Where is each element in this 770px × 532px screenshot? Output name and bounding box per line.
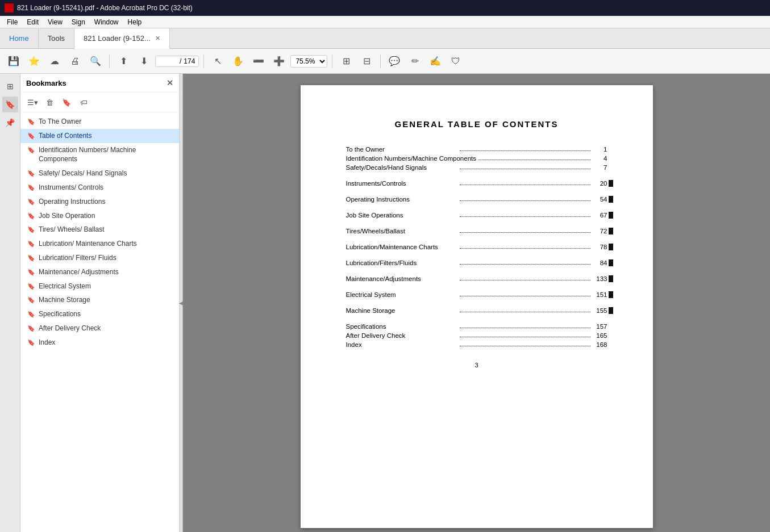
menu-sign[interactable]: Sign [67,17,90,27]
close-bookmarks-button[interactable]: ✕ [167,78,173,87]
tab-close-button[interactable]: ✕ [155,35,160,42]
new-bookmark-button[interactable]: 🔖 [59,95,74,110]
toc-entry-11[interactable]: Machine Storage 155 [346,307,607,314]
bookmark-item-specifications[interactable]: 🔖 Specifications [20,307,179,321]
section-bar-6 [609,228,613,234]
bookmark-item-electrical[interactable]: 🔖 Electrical System [20,279,179,294]
bookmark-options-button[interactable]: ☰▾ [25,95,40,110]
menu-bar: File Edit View Sign Window Help [0,16,770,28]
page-input[interactable]: 5 [159,57,177,65]
bookmark-icon-6: 🔖 [27,212,35,220]
menu-help[interactable]: Help [123,17,147,27]
page-title: GENERAL TABLE OF CONTENTS [346,119,607,129]
bookmark-item-instruments[interactable]: 🔖 Instruments/ Controls [20,181,179,195]
delete-bookmark-button[interactable]: 🗑 [42,95,57,110]
toc-page-3: 20 [590,180,607,187]
bookmark-item-to-the-owner[interactable]: 🔖 To The Owner [20,115,179,129]
section-bar-7 [609,244,613,250]
thumbnails-icon[interactable]: ⊞ [2,78,18,94]
toc-page-5: 67 [590,212,607,219]
bookmark-button[interactable]: ⭐ [25,52,43,70]
bookmark-item-table-of-contents[interactable]: 🔖 Table of Contents [20,129,179,143]
separator-2 [203,55,204,68]
annotations-icon[interactable]: 📌 [2,115,18,131]
bookmark-icon-10: 🔖 [27,268,35,276]
menu-window[interactable]: Window [90,17,123,27]
bookmark-item-safety[interactable]: 🔖 Safety/ Decals/ Hand Signals [20,166,179,181]
toc-label-3: Instruments/Controls [346,180,460,187]
zoom-in-button[interactable]: ➕ [270,52,288,70]
bookmark-item-machine-storage[interactable]: 🔖 Machine Storage [20,293,179,307]
toc-label-14: Index [346,341,460,348]
bookmark-item-tires[interactable]: 🔖 Tires/ Wheels/ Ballast [20,223,179,237]
toc-label-8: Lubrication/Filters/Fluids [346,259,460,266]
toc-entry-12[interactable]: Specifications 157 [346,323,607,330]
toc-entry-1[interactable]: Identification Numbers/Machine Component… [346,155,607,162]
toc-entry-3[interactable]: Instruments/Controls 20 [346,180,607,187]
tag-bookmark-button[interactable]: 🏷 [76,95,91,110]
next-page-button[interactable]: ⬇ [135,52,153,70]
toc-entry-5[interactable]: Job Site Operations 67 [346,212,607,219]
bookmark-item-identification[interactable]: 🔖 Identification Numbers/ Machine Compon… [20,143,179,167]
menu-file[interactable]: File [2,17,22,27]
menu-edit[interactable]: Edit [22,17,43,27]
comment-button[interactable]: 💬 [385,52,403,70]
toc-page-0: 1 [590,146,607,153]
cursor-tool[interactable]: ↖ [209,52,227,70]
toc-entry-8[interactable]: Lubrication/Filters/Fluids 84 [346,259,607,266]
toc-label-11: Machine Storage [346,307,460,314]
toc-dots-2 [460,169,590,169]
toc-label-13: After Delivery Check [346,332,460,339]
toc-entry-6[interactable]: Tires/Wheels/Ballast 72 [346,228,607,234]
bookmark-item-after-delivery[interactable]: 🔖 After Delivery Check [20,321,179,336]
pdf-viewer[interactable]: GENERAL TABLE OF CONTENTS To the Owner 1… [183,74,770,532]
search-button[interactable]: 🔍 [86,52,105,70]
bookmark-item-operating[interactable]: 🔖 Operating Instructions [20,195,179,209]
toc-entry-9[interactable]: Maintenance/Adjustments 133 [346,275,607,282]
toc-label-1: Identification Numbers/Machine Component… [346,155,478,162]
sign-button[interactable]: ✍ [426,52,444,70]
bookmarks-list: 🔖 To The Owner 🔖 Table of Contents 🔖 Ide… [20,112,179,532]
prev-page-button[interactable]: ⬆ [114,52,132,70]
presentation-button[interactable]: ⊟ [357,52,376,70]
bookmark-item-maintenance[interactable]: 🔖 Maintenance/ Adjustments [20,265,179,279]
toc-label-6: Tires/Wheels/Ballast [346,228,460,234]
view-mode-button[interactable]: ⊞ [337,52,355,70]
menu-view[interactable]: View [43,17,67,27]
tab-tools[interactable]: Tools [39,28,74,48]
toc-label-2: Safety/Decals/Hand Signals [346,164,460,171]
bookmark-item-lubrication-filters[interactable]: 🔖 Lubrication/ Filters/ Fluids [20,251,179,265]
toc-entry-8-container: Lubrication/Filters/Fluids 84 [346,259,607,266]
share-button[interactable]: ☁ [45,52,64,70]
bookmark-icon-5: 🔖 [27,198,35,206]
zoom-out-button[interactable]: ➖ [249,52,268,70]
page-number: 3 [346,362,607,368]
bookmark-icon-4: 🔖 [27,183,35,191]
toc-entry-13[interactable]: After Delivery Check 165 [346,332,607,339]
bookmark-item-index[interactable]: 🔖 Index [20,336,179,350]
bookmark-icon-9: 🔖 [27,254,35,262]
zoom-select[interactable]: 75.5% [290,55,327,68]
toc-entry-2[interactable]: Safety/Decals/Hand Signals 7 [346,164,607,171]
print-button[interactable]: 🖨 [66,52,84,70]
toc-entry-7[interactable]: Lubrication/Maintenance Charts 78 [346,244,607,250]
toc-entry-10[interactable]: Electrical System 151 [346,291,607,298]
toc-dots-6 [460,232,590,233]
toc-entry-14[interactable]: Index 168 [346,341,607,348]
hand-tool[interactable]: ✋ [229,52,247,70]
protect-button[interactable]: 🛡 [447,52,465,70]
bookmarks-icon[interactable]: 🔖 [2,97,18,112]
tab-bar: Home Tools 821 Loader (9-152... ✕ [0,28,770,49]
toc-dots-3 [460,185,590,185]
tab-document[interactable]: 821 Loader (9-152... ✕ [74,28,170,49]
bookmark-item-lubrication-maint[interactable]: 🔖 Lubrication/ Maintenance Charts [20,237,179,251]
section-bar-9 [609,275,613,282]
toc-entry-0[interactable]: To the Owner 1 [346,146,607,153]
save-button[interactable]: 💾 [5,52,23,70]
toc-label-10: Electrical System [346,291,460,298]
bookmark-item-job-site[interactable]: 🔖 Job Site Operation [20,209,179,223]
toc-label-0: To the Owner [346,146,460,153]
highlight-button[interactable]: ✏ [406,52,424,70]
toc-entry-4[interactable]: Operating Instructions 54 [346,196,607,203]
tab-home[interactable]: Home [0,28,39,48]
